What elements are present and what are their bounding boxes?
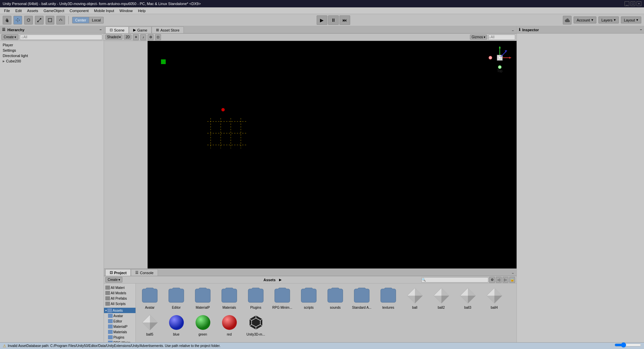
- minimize-button[interactable]: _: [625, 1, 629, 6]
- asset-item-scripts[interactable]: scripts: [296, 285, 321, 310]
- tree-item-all-prefabs[interactable]: All Prefabs: [104, 296, 136, 301]
- hierarchy-item-cube200[interactable]: ▶ Cube200: [0, 58, 104, 64]
- project-lock-button[interactable]: 🔒: [509, 277, 515, 283]
- rect-tool-button[interactable]: [46, 16, 54, 24]
- tree-item-plugins[interactable]: Plugins: [104, 335, 136, 340]
- console-tab-icon: ☰: [135, 270, 139, 275]
- svg-rect-4: [48, 18, 52, 22]
- tab-asset-store[interactable]: ⊞ Asset Store: [152, 27, 184, 33]
- pause-button[interactable]: ⏸: [328, 15, 339, 25]
- scale-tool-button[interactable]: [35, 16, 44, 24]
- hierarchy-panel: ☰ Hierarchy − Create ▾ Player Settings D…: [0, 26, 104, 342]
- project-search-input[interactable]: [421, 277, 488, 283]
- asset-item-textures[interactable]: textures: [376, 285, 401, 310]
- menu-assets[interactable]: Assets: [24, 8, 41, 13]
- menu-edit[interactable]: Edit: [13, 8, 24, 13]
- tree-item-assets[interactable]: ▾ Assets: [104, 308, 136, 313]
- scene-search-input[interactable]: [488, 35, 515, 40]
- title-bar-controls[interactable]: _ □ ×: [625, 1, 641, 6]
- red-dot-object: [221, 108, 225, 111]
- asset-item-ball2[interactable]: ball2: [429, 285, 454, 310]
- scene-audio-button[interactable]: ♪: [140, 34, 146, 40]
- hierarchy-search-input[interactable]: [20, 35, 102, 40]
- rotate-tool-button[interactable]: [24, 16, 33, 24]
- local-button[interactable]: Local: [89, 17, 103, 23]
- bottom-panel-controls: −: [511, 271, 515, 276]
- tree-item-editor[interactable]: Editor: [104, 318, 136, 324]
- asset-item-materialp[interactable]: MaterialP: [190, 285, 215, 310]
- hierarchy-item-player[interactable]: Player: [0, 42, 104, 48]
- tree-item-all-scripts[interactable]: All Scripts: [104, 301, 136, 306]
- project-create-button[interactable]: Create ▾: [105, 277, 122, 283]
- gizmos-button[interactable]: Gizmos ▾: [470, 35, 487, 40]
- menu-window[interactable]: Window: [117, 8, 135, 13]
- dim-mode-select[interactable]: 2D: [124, 35, 131, 40]
- asset-item-green[interactable]: green: [190, 312, 215, 337]
- hierarchy-item-directional-light[interactable]: Directional light: [0, 53, 104, 58]
- tree-item-all-models[interactable]: All Models: [104, 290, 136, 296]
- tree-item-materialp[interactable]: MaterialP: [104, 324, 136, 329]
- shading-mode-select[interactable]: Shaded ▾: [105, 35, 122, 40]
- tree-item-rpg-minim[interactable]: RPG Minim: [104, 340, 136, 342]
- close-button[interactable]: ×: [637, 1, 641, 6]
- asset-item-sounds[interactable]: sounds: [323, 285, 348, 310]
- center-button[interactable]: Center: [72, 17, 89, 23]
- shading-mode-label: Shaded: [107, 35, 118, 39]
- menu-component[interactable]: Component: [67, 8, 91, 13]
- tree-item-materials[interactable]: Materials: [104, 329, 136, 335]
- play-button[interactable]: ▶: [317, 15, 327, 25]
- maximize-button[interactable]: □: [631, 1, 635, 6]
- tab-game[interactable]: ▶ Game: [129, 27, 152, 33]
- asset-item-ball4[interactable]: ball4: [482, 285, 507, 310]
- scene-extra-button[interactable]: ⊡: [155, 34, 161, 40]
- menu-gameobject[interactable]: GameObject: [41, 8, 67, 13]
- project-forward-button[interactable]: ▷: [502, 277, 508, 283]
- tree-item-all-materials[interactable]: All Materi: [104, 285, 136, 290]
- asset-item-plugins[interactable]: Plugins: [243, 285, 268, 310]
- asset-item-ball[interactable]: ball: [402, 285, 427, 310]
- scene-lighting-button[interactable]: ☀: [133, 34, 139, 40]
- status-message: Invalid AssetDatabase path: C:/Program F…: [8, 344, 220, 348]
- scene-fx-button[interactable]: ⚙: [148, 34, 154, 40]
- tab-project[interactable]: ⊡ Project: [105, 269, 131, 276]
- inspector-collapse-icon[interactable]: −: [640, 28, 642, 32]
- scene-collapse-icon[interactable]: −: [511, 28, 515, 33]
- asset-item-blue[interactable]: blue: [164, 312, 189, 337]
- move-tool-button[interactable]: [13, 16, 22, 24]
- bottom-collapse-icon[interactable]: −: [512, 271, 514, 275]
- hierarchy-create-button[interactable]: Create ▾: [1, 34, 18, 40]
- menu-file[interactable]: File: [1, 8, 13, 13]
- asset-item-materials[interactable]: Materials: [217, 285, 242, 310]
- hierarchy-title: Hierarchy: [7, 28, 24, 32]
- tab-scene[interactable]: ⊡ Scene: [105, 27, 129, 33]
- combo-tool-button[interactable]: [56, 16, 65, 24]
- project-settings-button[interactable]: ⚙: [489, 277, 495, 283]
- layout-dropdown[interactable]: Layout ▾: [621, 16, 641, 23]
- scene-gizmo[interactable]: Top: [486, 44, 513, 71]
- hierarchy-collapse-icon[interactable]: −: [100, 28, 102, 32]
- asset-item-standard-a[interactable]: Standard A...: [349, 285, 374, 310]
- svg-point-44: [222, 315, 237, 330]
- asset-item-avatar[interactable]: Avatar: [137, 285, 162, 310]
- rpg-minim-asset-icon: [272, 286, 292, 306]
- asset-item-red[interactable]: red: [217, 312, 242, 337]
- tab-console[interactable]: ☰ Console: [131, 269, 158, 276]
- asset-item-ball3[interactable]: ball3: [455, 285, 480, 310]
- hand-tool-button[interactable]: [3, 16, 11, 24]
- cloud-button[interactable]: [563, 16, 572, 24]
- layers-dropdown[interactable]: Layers ▾: [598, 16, 619, 23]
- asset-item-editor[interactable]: Editor: [164, 285, 189, 310]
- hierarchy-item-settings[interactable]: Settings: [0, 48, 104, 53]
- project-back-button[interactable]: ◁: [496, 277, 502, 283]
- ball2-asset-label: ball2: [438, 306, 445, 310]
- menu-help[interactable]: Help: [135, 8, 148, 13]
- tree-item-avatar[interactable]: Avatar: [104, 313, 136, 318]
- scene-canvas[interactable]: Top: [148, 41, 517, 268]
- folder-tree: All Materi All Models All Prefabs All Sc…: [104, 284, 136, 342]
- asset-item-rpg-minim[interactable]: RPG Minim...: [270, 285, 295, 310]
- asset-item-ball5[interactable]: ball5: [137, 312, 162, 337]
- account-dropdown[interactable]: Account ▾: [574, 16, 596, 23]
- step-button[interactable]: ⏭: [339, 15, 350, 25]
- menu-mobile-input[interactable]: Mobile Input: [91, 8, 117, 13]
- asset-item-unity3d[interactable]: Unity3D-m...: [243, 312, 268, 337]
